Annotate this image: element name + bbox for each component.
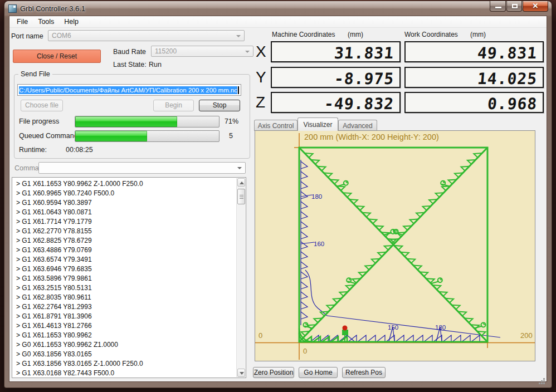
baud-rate-value: 115200: [155, 47, 177, 55]
zero-position-button[interactable]: Zero Position: [253, 367, 294, 378]
log-line: > G1 X63.6574 Y79.3491: [16, 255, 246, 264]
log-line: > G1 X61.1653 Y80.9962: [16, 331, 246, 340]
tab-axis-control[interactable]: Axis Control: [254, 120, 297, 131]
log-line: > G1 X60.9594 Y80.3897: [16, 198, 246, 208]
app-window: Grbl Controller 3.6.1 ✕ File Tools Help …: [4, 1, 552, 388]
app-icon: [8, 4, 17, 13]
stop-button[interactable]: Stop: [199, 100, 240, 111]
log-line: > G1 X60.9965 Y80.7240 F500.0: [16, 189, 246, 198]
log-line: > G1 X63.1856 Y83.0165 Z-1.0000 F250.0: [16, 359, 246, 369]
log-scrollbar[interactable]: [236, 178, 245, 377]
begin-button[interactable]: Begin: [153, 100, 194, 111]
maximize-icon: [512, 4, 518, 8]
file-path-value: C:/Users/Public/Documents/Файлы ArtCAM/У…: [19, 86, 237, 94]
chevron-down-icon: [237, 167, 242, 169]
work-coordinates-label: Work Coordinates: [404, 31, 458, 38]
work-y-display: 14.025: [404, 67, 544, 88]
log-line: > G1 X61.0643 Y80.0871: [16, 208, 246, 217]
resize-grip[interactable]: [543, 378, 545, 380]
scroll-down-button[interactable]: [237, 369, 245, 377]
work-z-display: 0.968: [404, 92, 544, 113]
toolpath-annotation: 180: [435, 324, 446, 331]
axis-z-label: Z: [256, 94, 265, 111]
text-caret: [238, 86, 239, 94]
work-y-value: 14.025: [476, 70, 538, 88]
log-line: > G1 X62.2764 Y81.2993: [16, 302, 246, 312]
work-z-value: 0.968: [486, 95, 538, 113]
file-progress-bar: [75, 116, 220, 128]
maximize-button[interactable]: [506, 1, 522, 12]
queued-commands-bar: [75, 130, 220, 142]
log-line: > G1 X62.8825 Y78.6729: [16, 236, 246, 246]
log-line: > G1 X61.4613 Y81.2766: [16, 321, 246, 331]
arrow-up-icon: [240, 182, 244, 184]
tab-advanced[interactable]: Advanced: [338, 120, 377, 131]
chevron-down-icon: [236, 35, 241, 37]
menu-tools[interactable]: Tools: [33, 17, 59, 27]
work-x-value: 49.831: [476, 44, 538, 62]
scroll-up-button[interactable]: [237, 178, 245, 187]
machine-y-display: -8.975: [271, 67, 401, 88]
last-state-label: Last State:: [113, 61, 147, 68]
queued-commands-value: 5: [229, 132, 233, 140]
go-home-button[interactable]: Go Home: [299, 367, 338, 378]
scrollbar-thumb[interactable]: [237, 189, 245, 204]
minimize-button[interactable]: [490, 1, 506, 12]
machine-z-display: -49.832: [271, 92, 401, 113]
queued-commands-fill: [75, 131, 147, 141]
log-line: > G1 X62.2770 Y78.8155: [16, 227, 246, 236]
x-max-label: 200: [520, 331, 533, 340]
baud-rate-combo[interactable]: 115200: [151, 46, 253, 57]
tab-visualizer[interactable]: Visualizer: [297, 117, 338, 131]
last-state-value: Run: [149, 61, 162, 68]
file-progress-percent: 71%: [225, 117, 238, 125]
close-reset-button[interactable]: Close / Reset: [13, 50, 101, 63]
command-log[interactable]: > G1 X61.1653 Y80.9962 Z-1.0000 F250.0> …: [12, 177, 246, 378]
port-name-label: Port name: [11, 32, 43, 40]
port-name-combo[interactable]: COM6: [48, 30, 245, 41]
log-line: > G1 X63.4886 Y79.0769: [16, 246, 246, 255]
log-line: > G1 X61.8791 Y81.3906: [16, 312, 246, 321]
choose-file-button[interactable]: Choose file: [21, 100, 63, 111]
toolpath-annotation: 180: [311, 193, 322, 200]
axis-y-label: Y: [256, 68, 266, 86]
window-title: Grbl Controller 3.6.1: [20, 4, 85, 13]
queued-commands-label: Queued Commands: [19, 132, 81, 140]
arrow-down-icon: [240, 372, 244, 375]
minimize-icon: [495, 7, 501, 8]
machine-coordinates-label: Machine Coordinates: [272, 31, 335, 38]
visualizer-header: 200 mm (Width-X: 200 Height-Y: 200): [304, 133, 439, 141]
file-progress-fill: [75, 116, 177, 127]
log-line: > G1 X63.2515 Y80.5131: [16, 283, 246, 293]
machine-x-value: 31.831: [333, 44, 394, 62]
log-line: > G1 X62.8035 Y80.9611: [16, 293, 246, 302]
file-path-input[interactable]: C:/Users/Public/Documents/Файлы ArtCAM/У…: [17, 84, 241, 96]
log-line: > G1 X61.1653 Y80.9962 Z-1.0000 F250.0: [16, 179, 246, 189]
command-combo[interactable]: [38, 162, 246, 174]
refresh-pos-button[interactable]: Refresh Pos: [342, 367, 386, 378]
log-line: > G1 X63.6946 Y79.6835: [16, 264, 246, 274]
title-bar[interactable]: Grbl Controller 3.6.1 ✕: [4, 1, 552, 16]
send-file-group-label: Send File: [18, 70, 52, 78]
close-button[interactable]: ✕: [523, 1, 548, 12]
log-line: > G1 X61.7714 Y79.1779: [16, 217, 246, 227]
machine-z-value: -49.832: [324, 95, 395, 113]
menu-file[interactable]: File: [12, 17, 33, 27]
origin-label: 0: [303, 347, 307, 355]
machine-x-display: 31.831: [271, 41, 401, 62]
log-line: > G1 X63.5896 Y79.9861: [16, 274, 246, 283]
menu-help[interactable]: Help: [59, 17, 84, 27]
client-area: File Tools Help Port name COM6 Close / R…: [9, 16, 547, 382]
log-line: > G1 X63.0168 Y82.7443 F500.0: [16, 369, 246, 378]
toolpath-annotation: 160: [314, 241, 324, 247]
visualizer-panel: 200 mm (Width-X: 200 Height-Y: 200) 0 20…: [255, 130, 535, 361]
runtime-label: Runtime:: [19, 146, 47, 154]
work-x-display: 49.831: [404, 41, 544, 62]
file-progress-label: File progress: [19, 117, 59, 125]
axis-x-label: X: [256, 43, 266, 61]
log-line: > G0 X63.1856 Y83.0165: [16, 350, 246, 359]
baud-rate-label: Baud Rate: [113, 48, 146, 56]
chevron-down-icon: [245, 51, 250, 53]
work-units-label: (mm): [470, 31, 486, 38]
x-min-label: 0: [259, 331, 262, 340]
